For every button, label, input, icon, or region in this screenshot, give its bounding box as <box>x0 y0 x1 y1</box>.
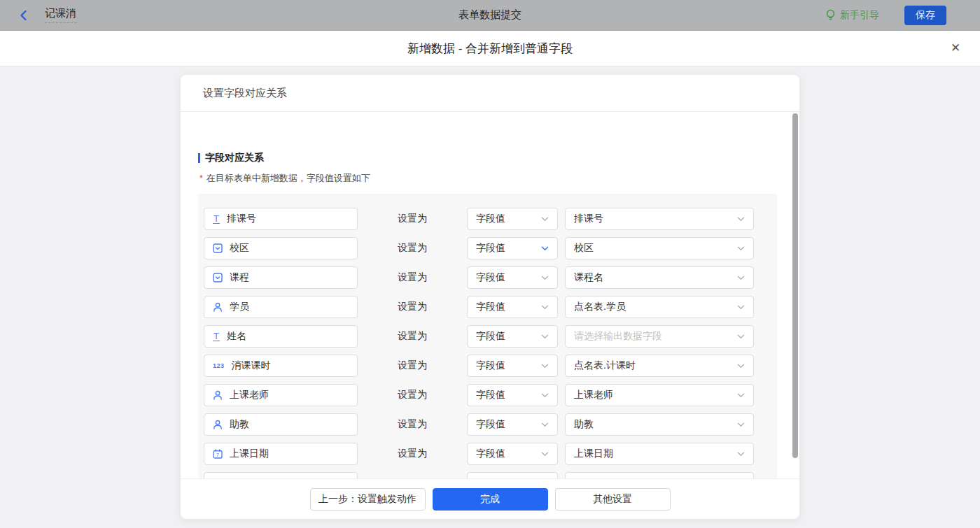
set-as-label: 设置为 <box>358 271 467 284</box>
output-field-select[interactable]: 点名表.学员 <box>565 296 754 318</box>
chevron-down-icon <box>737 217 745 222</box>
chevron-down-icon <box>541 276 549 280</box>
chevron-down-icon <box>541 452 549 457</box>
value-mode-select[interactable]: 字段值 <box>467 266 558 289</box>
value-mode-select[interactable]: 字段值 <box>467 413 558 436</box>
scrollbar-thumb[interactable] <box>792 113 798 458</box>
output-field-label: 排课号 <box>574 213 603 225</box>
value-mode-label: 字段值 <box>476 213 505 225</box>
mapping-row: 校区设置为字段值 校区 <box>204 234 777 263</box>
back-button[interactable] <box>18 10 29 21</box>
value-mode-select[interactable]: 字段值 <box>467 325 558 348</box>
target-field-label: 消课课时 <box>232 359 271 372</box>
value-mode-label: 字段值 <box>476 301 505 313</box>
output-field-label: 点名表.学员 <box>574 301 626 313</box>
chevron-down-icon <box>541 422 549 427</box>
mapping-row: 7 上课日期设置为字段值 上课日期 <box>204 439 777 469</box>
mapping-row: 123消课课时设置为字段值 点名表.计课时 <box>204 351 777 380</box>
target-field-box[interactable]: 助教 <box>204 413 358 436</box>
target-field-label: 姓名 <box>227 330 246 343</box>
set-as-label: 设置为 <box>358 448 467 460</box>
value-mode-select[interactable] <box>467 472 558 478</box>
output-field-select[interactable]: 请选择输出数据字段 <box>565 325 754 348</box>
guide-button[interactable]: 新手引导 <box>825 9 879 22</box>
value-mode-select[interactable]: 字段值 <box>467 443 558 465</box>
target-field-label: 助教 <box>230 418 249 431</box>
target-field-label: 上课老师 <box>230 389 269 401</box>
text-field-icon: T <box>213 214 220 224</box>
output-field-label: 助教 <box>574 418 594 431</box>
modal-footer: 上一步：设置触发动作 完成 其他设置 <box>181 478 799 519</box>
output-field-label: 课程名 <box>574 271 603 284</box>
done-button[interactable]: 完成 <box>433 488 548 511</box>
value-mode-label: 字段值 <box>476 389 505 401</box>
save-button[interactable]: 保存 <box>904 6 946 25</box>
mapping-rows-panel: T排课号设置为字段值 排课号 校区设置为字段值 校区 课程设置为字段值 课程名 … <box>198 194 777 478</box>
chevron-down-icon <box>541 217 549 222</box>
lightbulb-icon <box>825 9 836 21</box>
close-icon[interactable]: ✕ <box>948 41 963 56</box>
target-field-box[interactable]: 校区 <box>204 237 358 259</box>
output-field-select[interactable]: 校区 <box>565 237 754 259</box>
svg-text:7: 7 <box>216 452 219 457</box>
chevron-down-icon <box>541 364 549 369</box>
chevron-down-icon <box>737 305 745 310</box>
mapping-row: 上课老师设置为字段值 上课老师 <box>204 380 777 410</box>
target-field-box[interactable]: 上课老师 <box>204 384 358 406</box>
output-field-select[interactable]: 课程名 <box>565 266 754 289</box>
app-name[interactable]: 记课消 <box>45 7 76 23</box>
output-field-select[interactable]: 点名表.计课时 <box>565 355 754 377</box>
prev-step-button[interactable]: 上一步：设置触发动作 <box>310 488 426 511</box>
required-asterisk: * <box>200 173 203 183</box>
mapping-row: T姓名设置为字段值 请选择输出数据字段 <box>204 322 777 351</box>
target-field-label: 上课日期 <box>230 448 269 460</box>
set-as-label: 设置为 <box>358 359 467 372</box>
chevron-down-icon <box>737 276 745 280</box>
value-mode-select[interactable]: 字段值 <box>467 384 558 406</box>
target-field-box[interactable]: 学员 <box>204 296 358 318</box>
select-field-icon <box>213 273 223 283</box>
value-mode-select[interactable]: 字段值 <box>467 296 558 318</box>
chevron-down-icon <box>541 393 549 398</box>
target-field-box[interactable]: 123消课课时 <box>204 355 358 377</box>
number-field-icon: 123 <box>213 362 225 369</box>
value-mode-select[interactable]: 字段值 <box>467 208 558 230</box>
target-field-label: 排课号 <box>227 213 256 225</box>
output-field-select[interactable]: 上课日期 <box>565 443 754 465</box>
set-as-label: 设置为 <box>358 389 467 401</box>
output-field-select[interactable]: 排课号 <box>565 208 754 230</box>
chevron-left-icon <box>18 10 29 21</box>
date-field-icon: 7 <box>213 449 223 459</box>
value-mode-label: 字段值 <box>476 242 505 255</box>
section-title-bar <box>198 153 200 163</box>
target-field-box[interactable]: T姓名 <box>204 325 358 348</box>
target-field-box[interactable]: 7 上课日期 <box>204 443 358 465</box>
page-title: 新增数据 - 合并新增到普通字段 <box>407 41 573 57</box>
value-mode-select[interactable]: 字段值 <box>467 237 558 259</box>
target-field-box[interactable]: T排课号 <box>204 208 358 230</box>
output-field-select[interactable]: 助教 <box>565 413 754 436</box>
field-mapping-modal: 设置字段对应关系 字段对应关系 * 在目标表单中新增数据，字段值设置如下 目标表… <box>181 75 799 519</box>
chevron-down-icon <box>737 364 745 369</box>
chevron-down-icon <box>541 246 549 251</box>
target-field-box[interactable] <box>204 472 358 478</box>
output-field-select[interactable] <box>565 472 754 478</box>
mapping-row <box>204 469 777 478</box>
other-settings-button[interactable]: 其他设置 <box>555 488 671 511</box>
set-as-label: 设置为 <box>358 418 467 431</box>
target-field-label: 校区 <box>230 242 249 255</box>
section-title: 字段对应关系 <box>198 152 782 164</box>
set-as-label: 设置为 <box>358 330 467 343</box>
section-title-text: 字段对应关系 <box>205 152 264 164</box>
chevron-down-icon <box>737 422 745 427</box>
mapping-row: 课程设置为字段值 课程名 <box>204 263 777 292</box>
value-mode-label: 字段值 <box>476 271 505 284</box>
output-field-select[interactable]: 上课老师 <box>565 384 754 406</box>
guide-label: 新手引导 <box>840 9 879 22</box>
title-band: 新增数据 - 合并新增到普通字段 ✕ <box>0 31 980 66</box>
required-note: * 在目标表单中新增数据，字段值设置如下 <box>200 172 782 185</box>
value-mode-select[interactable]: 字段值 <box>467 355 558 377</box>
value-mode-label: 字段值 <box>476 418 505 431</box>
user-field-icon <box>213 420 223 429</box>
target-field-box[interactable]: 课程 <box>204 266 358 289</box>
